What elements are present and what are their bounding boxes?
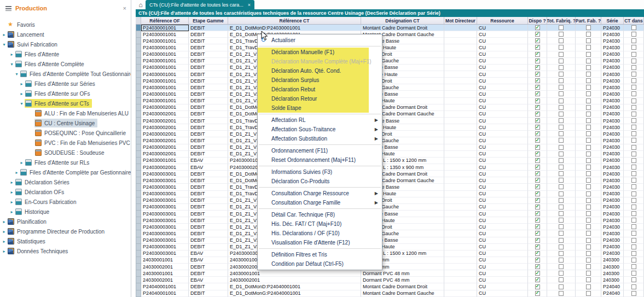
ct-dans-checkbox[interactable] (631, 251, 636, 256)
tot-fabriq-checkbox[interactable] (559, 65, 564, 70)
ct-dans-checkbox[interactable] (631, 271, 636, 276)
tree-item[interactable]: ALU : Fin de Fab Menuiseries ALU (0, 108, 131, 118)
tree-item[interactable]: ▸Historique (0, 207, 131, 217)
ct-dans-checkbox[interactable] (631, 198, 636, 203)
tot-fabriq-checkbox[interactable] (559, 238, 564, 243)
tree-item[interactable]: ▾Files d'Attente sur CTs (0, 98, 131, 108)
ct-dans-checkbox[interactable] (631, 205, 636, 209)
dispo-checkbox[interactable] (535, 125, 540, 130)
tree-item[interactable]: ▾Suivi Fabrication (0, 39, 131, 49)
ct-dans-checkbox[interactable] (631, 218, 636, 223)
row-selector[interactable] (136, 38, 141, 44)
table-row[interactable]: P24030001001DEBITE_D1_Z1_V1_TSe:P2403000… (136, 71, 644, 78)
select-all-cell[interactable] (136, 17, 141, 24)
part-fab-checkbox[interactable] (586, 145, 591, 150)
table-row[interactable]: P24030003001DEBITE_D1_Z1_V1_TSe:P2403000… (136, 217, 644, 224)
part-fab-checkbox[interactable] (586, 165, 591, 170)
table-row[interactable]: P24030001001DEBITE_D1_DotMonD:P240300010… (136, 25, 644, 31)
menu-item[interactable]: Déclaration Manuelle (F1) (258, 48, 382, 57)
menu-item[interactable]: Affectation Substitution▶ (258, 134, 382, 143)
tot-fabriq-checkbox[interactable] (559, 45, 564, 50)
tree-item[interactable]: ▸Données Techniques (0, 246, 131, 256)
row-selector[interactable] (136, 197, 141, 204)
menu-item[interactable]: Solde Etape (258, 103, 382, 113)
tot-fabriq-checkbox[interactable] (559, 198, 564, 203)
table-row[interactable]: P24030001001DEBITE_D1_Z1_V1_TSe:P2403000… (136, 65, 644, 71)
row-selector[interactable] (136, 211, 141, 217)
tot-fabriq-checkbox[interactable] (559, 178, 564, 183)
row-selector[interactable] (136, 237, 141, 244)
part-fab-checkbox[interactable] (586, 238, 591, 243)
row-selector[interactable] (136, 217, 141, 224)
column-header-ct-dans[interactable]: CT dans (624, 17, 644, 24)
part-fab-checkbox[interactable] (586, 152, 591, 156)
part-fab-checkbox[interactable] (586, 125, 591, 130)
part-fab-checkbox[interactable] (586, 52, 591, 57)
tot-fabriq-checkbox[interactable] (559, 118, 564, 123)
row-selector[interactable] (136, 137, 141, 144)
part-fab-checkbox[interactable] (586, 171, 591, 176)
dispo-checkbox[interactable] (535, 112, 540, 117)
ct-dans-checkbox[interactable] (631, 184, 636, 189)
ct-dans-checkbox[interactable] (631, 264, 636, 269)
part-fab-checkbox[interactable] (586, 205, 591, 209)
menu-item[interactable]: Déclaration Retour (258, 94, 382, 103)
tot-fabriq-checkbox[interactable] (559, 72, 564, 77)
dispo-checkbox[interactable] (535, 152, 540, 156)
table-row[interactable]: P24030002001DEBITE_D1_Z1_V1_TPi:P2403000… (136, 144, 644, 151)
part-fab-checkbox[interactable] (586, 258, 591, 263)
dispo-checkbox[interactable] (535, 284, 540, 289)
column-header-reference-ct[interactable]: Référence CT (228, 17, 361, 24)
column-header-designation-ct[interactable]: Désignation CT (361, 17, 444, 24)
menu-item[interactable]: Condition par Défaut (Ctrl-F5) (258, 259, 382, 269)
row-selector[interactable] (136, 25, 141, 31)
ct-dans-checkbox[interactable] (631, 131, 636, 136)
row-selector[interactable] (136, 58, 141, 65)
column-header-mot-directeur[interactable]: Mot Directeur (444, 17, 477, 24)
dispo-checkbox[interactable] (535, 85, 540, 90)
table-row[interactable]: P24030003001DEBITE_D1_Z1_V2_MPi:P2403000… (136, 224, 644, 230)
part-fab-checkbox[interactable] (586, 112, 591, 117)
tree-item[interactable]: ▸Statistiques (0, 236, 131, 246)
row-selector[interactable] (136, 290, 141, 297)
tot-fabriq-checkbox[interactable] (559, 211, 564, 216)
tot-fabriq-checkbox[interactable] (559, 184, 564, 189)
tot-fabriq-checkbox[interactable] (559, 105, 564, 110)
ct-dans-checkbox[interactable] (631, 38, 636, 43)
row-selector[interactable] (136, 177, 141, 184)
part-fab-checkbox[interactable] (586, 32, 591, 37)
menu-item[interactable]: Consultation Charge Famille▶ (258, 198, 382, 207)
row-selector[interactable] (136, 44, 141, 51)
table-row[interactable]: P24030001001DEBITE_D1_TravDorH:P24030001… (136, 44, 644, 51)
tot-fabriq-checkbox[interactable] (559, 32, 564, 37)
tot-fabriq-checkbox[interactable] (559, 284, 564, 289)
expand-arrow-icon[interactable]: ▸ (9, 190, 15, 195)
part-fab-checkbox[interactable] (586, 191, 591, 196)
table-row[interactable]: P24030002001DEBITE_D1_TravDorH:P24030002… (136, 124, 644, 131)
table-row[interactable]: P24030002001DEBITE_D1_DotMonD:P240300020… (136, 104, 644, 111)
tot-fabriq-checkbox[interactable] (559, 277, 564, 282)
table-row[interactable]: P24030002001DEBITE_D1_DotMonG:P240300020… (136, 111, 644, 118)
row-selector[interactable] (136, 158, 141, 164)
tree-item[interactable]: CU : Centre Usinage (0, 118, 131, 128)
part-fab-checkbox[interactable] (586, 72, 591, 77)
row-selector[interactable] (136, 264, 141, 270)
tot-fabriq-checkbox[interactable] (559, 205, 564, 209)
row-selector[interactable] (136, 111, 141, 118)
ct-dans-checkbox[interactable] (631, 171, 636, 176)
ct-dans-checkbox[interactable] (631, 98, 636, 103)
ct-dans-checkbox[interactable] (631, 231, 636, 236)
row-selector[interactable] (136, 257, 141, 264)
row-selector[interactable] (136, 191, 141, 197)
tot-fabriq-checkbox[interactable] (559, 85, 564, 90)
tree-item[interactable]: PVC : Fin de Fab Menuiseries PVC (0, 138, 131, 148)
tot-fabriq-checkbox[interactable] (559, 165, 564, 170)
row-selector[interactable] (136, 65, 141, 71)
tree-item[interactable]: ▾Files d'Attente Complète (0, 59, 131, 69)
expand-arrow-icon[interactable]: ▸ (9, 52, 15, 57)
dispo-checkbox[interactable] (535, 184, 540, 189)
menu-item[interactable]: Déclaration Co-Produits (258, 177, 382, 186)
dispo-checkbox[interactable] (535, 78, 540, 83)
dispo-checkbox[interactable] (535, 258, 540, 263)
row-selector[interactable] (136, 124, 141, 131)
